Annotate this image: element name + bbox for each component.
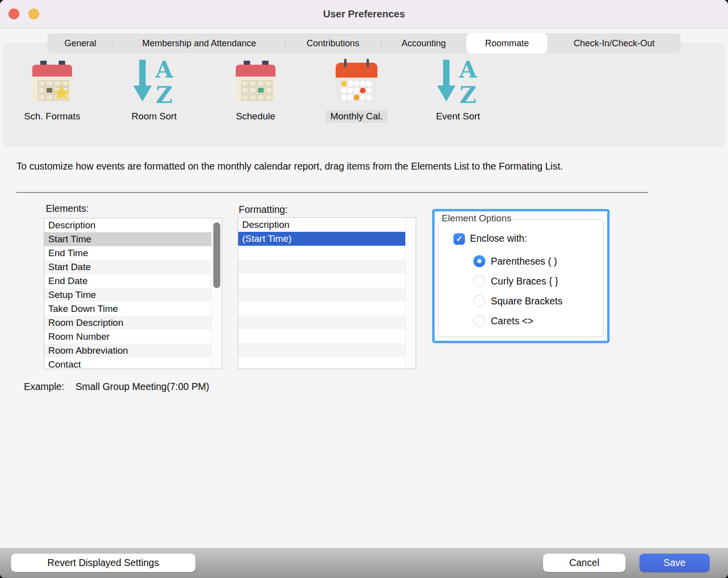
radio-label: Square Brackets (491, 295, 562, 307)
list-item-start-time[interactable]: (Start Time) (238, 232, 405, 246)
toolbar-item-label: Monthly Cal. (326, 110, 387, 123)
tab-roommate[interactable]: Roommate (466, 33, 547, 53)
svg-text:A: A (155, 56, 174, 83)
svg-text:Z: Z (156, 82, 173, 107)
list-item-take-down-time[interactable]: Take Down Time (44, 302, 211, 316)
calendar-icon (230, 56, 281, 107)
tab-check-in-check-out[interactable]: Check-In/Check-Out (547, 33, 681, 53)
revert-displayed-settings-button[interactable]: Revert Displayed Settings (11, 554, 195, 572)
toolbar-item-sch-formats[interactable]: Sch. Formats (2, 56, 102, 138)
list-row-empty[interactable] (238, 288, 405, 301)
list-item-contact[interactable]: Contact (44, 358, 211, 369)
toolbar-item-label: Schedule (231, 110, 279, 123)
title-bar: User Preferences (0, 0, 728, 28)
svg-text:Z: Z (459, 82, 476, 107)
elements-scrollbar-track[interactable] (211, 218, 222, 369)
radio-label: Curly Braces { } (491, 276, 558, 287)
list-item-end-time[interactable]: End Time (44, 246, 211, 260)
list-row-empty[interactable] (238, 301, 405, 315)
user-preferences-window: User Preferences GeneralMembership and A… (0, 0, 728, 578)
example-row: Example:Small Group Meeting(7:00 PM) (24, 381, 209, 392)
tab-accounting[interactable]: Accounting (381, 33, 466, 53)
section-description: To customize how events are formatted on… (16, 160, 608, 173)
elements-scrollbar-thumb[interactable] (213, 222, 220, 288)
cancel-button[interactable]: Cancel (543, 554, 626, 572)
roommate-toolbar: Sch. Formats A ZRoom Sort Schedule Month… (2, 42, 726, 147)
radio-curly-braces[interactable]: Curly Braces { } (473, 275, 558, 288)
elements-list-label: Elements: (46, 203, 89, 214)
tab-label: Contributions (306, 38, 359, 49)
list-item-room-abbreviation[interactable]: Room Abbreviation (44, 344, 211, 358)
tab-label: Check-In/Check-Out (573, 38, 654, 49)
list-item-start-date[interactable]: Start Date (44, 260, 211, 274)
enclose-with-label: Enclose with: (470, 233, 527, 244)
toolbar-item-room-sort[interactable]: A ZRoom Sort (104, 56, 204, 138)
toolbar-item-label: Sch. Formats (20, 110, 85, 123)
formatting-list: Description(Start Time) (238, 217, 416, 369)
list-item-room-number[interactable]: Room Number (44, 330, 211, 344)
toolbar-item-label: Room Sort (127, 110, 182, 123)
radio-carets[interactable]: Carets <> (473, 314, 534, 327)
element-options-groupbox: Enclose with: Parentheses ( )Curly Brace… (438, 219, 604, 337)
footer-bar: Revert Displayed Settings Cancel Save (0, 548, 728, 578)
sort-az-icon: A Z (128, 56, 180, 107)
list-item-description[interactable]: Description (44, 218, 211, 232)
list-row-empty[interactable] (238, 260, 405, 274)
element-options-panel: Element Options Enclose with: Parenthese… (432, 209, 610, 343)
list-row-empty[interactable] (238, 274, 405, 288)
list-item-end-date[interactable]: End Date (44, 274, 211, 288)
section-divider (16, 192, 648, 193)
element-options-title: Element Options (439, 213, 514, 224)
list-row-empty[interactable] (238, 343, 405, 357)
list-row-empty[interactable] (238, 246, 405, 260)
radio-label: Carets <> (491, 315, 534, 327)
preferences-tab-bar: GeneralMembership and AttendanceContribu… (47, 33, 681, 53)
formatting-scrollbar-track[interactable] (405, 218, 416, 369)
radio-button-icon[interactable] (473, 275, 485, 287)
list-row-empty[interactable] (238, 357, 405, 369)
tab-general[interactable]: General (47, 33, 113, 53)
svg-text:A: A (458, 56, 477, 83)
tab-label: Roommate (485, 38, 529, 49)
window-title: User Preferences (0, 0, 728, 28)
example-value: Small Group Meeting(7:00 PM) (76, 381, 209, 392)
tab-label: Membership and Attendance (142, 38, 256, 49)
list-item-setup-time[interactable]: Setup Time (44, 288, 211, 302)
toolbar-item-monthly-cal[interactable]: Monthly Cal. (307, 56, 406, 138)
tab-label: General (64, 38, 96, 49)
radio-parentheses[interactable]: Parentheses ( ) (473, 255, 557, 268)
example-label: Example: (24, 381, 76, 392)
list-item-description[interactable]: Description (238, 218, 405, 232)
radio-square-brackets[interactable]: Square Brackets (473, 294, 562, 307)
list-row-empty[interactable] (238, 315, 405, 329)
toolbar-item-label: Event Sort (432, 110, 485, 123)
formatting-list-label: Formatting: (239, 204, 288, 215)
toolbar-item-schedule[interactable]: Schedule (206, 56, 305, 138)
tab-label: Accounting (401, 38, 446, 49)
radio-button-icon[interactable] (473, 315, 485, 327)
toolbar-item-event-sort[interactable]: A ZEvent Sort (408, 56, 508, 138)
radio-label: Parentheses ( ) (491, 256, 557, 267)
tab-membership-and-attendance[interactable]: Membership and Attendance (113, 33, 285, 53)
calendar-star-icon (26, 56, 78, 107)
radio-button-icon[interactable] (473, 295, 485, 307)
save-button[interactable]: Save (639, 554, 710, 572)
elements-list: DescriptionStart TimeEnd TimeStart DateE… (44, 218, 222, 369)
tab-contributions[interactable]: Contributions (285, 33, 381, 53)
list-item-start-time[interactable]: Start Time (44, 232, 211, 246)
sort-az-icon: A Z (432, 56, 484, 107)
list-item-room-description[interactable]: Room Description (44, 316, 211, 330)
calendar-dots-icon (331, 56, 382, 107)
radio-button-icon[interactable] (473, 255, 485, 267)
enclose-with-checkbox[interactable] (454, 233, 465, 245)
list-row-empty[interactable] (238, 329, 405, 343)
